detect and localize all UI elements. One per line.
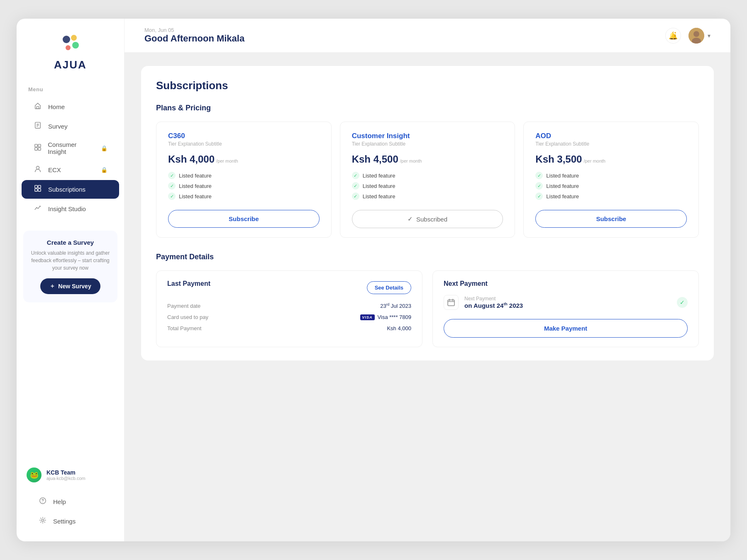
page-title: Subscriptions [156, 79, 699, 92]
plan-subtitle-c360: Tier Explanation Subtitle [168, 141, 320, 147]
card-used-row: Card used to pay VISA Visa **** 7809 [167, 314, 411, 320]
sidebar-item-survey-label: Survey [48, 123, 68, 130]
card-used-label: Card used to pay [167, 314, 208, 320]
plan-per-c360: /per month [216, 158, 238, 163]
sidebar-item-subscriptions[interactable]: Subscriptions [22, 180, 119, 199]
plan-card-c360: C360 Tier Explanation Subtitle Ksh 4,000… [156, 122, 332, 238]
payment-date-label: Payment date [167, 303, 200, 309]
home-icon [33, 102, 42, 112]
plan-card-aod: AOD Tier Explanation Subtitle Ksh 3,500 … [523, 122, 699, 238]
svg-point-3 [66, 45, 71, 50]
svg-rect-11 [34, 147, 37, 150]
ajua-logo-icon [58, 32, 83, 57]
sidebar-item-settings-label: Settings [53, 518, 76, 525]
subscribed-button-customer-insight: ✓ Subscribed [352, 210, 503, 228]
plan-price-customer-insight: Ksh 4,500 [352, 153, 398, 165]
notifications-button[interactable]: 🔔 [665, 28, 681, 44]
subscribe-button-c360[interactable]: Subscribe [168, 210, 320, 228]
total-payment-label: Total Payment [167, 325, 201, 331]
plan-feature-c360-2: ✓Listed feature [168, 182, 320, 190]
svg-point-2 [72, 42, 79, 49]
calendar-icon [444, 295, 459, 310]
notification-dot [674, 31, 677, 34]
svg-rect-24 [448, 300, 454, 306]
plan-feature-c360-3: ✓Listed feature [168, 192, 320, 200]
plan-feature-aod-2: ✓Listed feature [535, 182, 687, 190]
plus-icon: ＋ [49, 282, 55, 290]
sidebar-item-home-label: Home [48, 103, 65, 110]
logo: AJUA [17, 32, 124, 71]
card-number: Visa **** 7809 [378, 314, 411, 320]
subscriptions-icon [33, 185, 42, 194]
payment-section-title: Payment Details [156, 253, 699, 261]
plan-feature-aod-1: ✓Listed feature [535, 172, 687, 179]
plan-features-customer-insight: ✓Listed feature ✓Listed feature ✓Listed … [352, 172, 503, 200]
total-payment-row: Total Payment Ksh 4,000 [167, 325, 411, 331]
svg-rect-14 [35, 185, 37, 188]
plans-grid: C360 Tier Explanation Subtitle Ksh 4,000… [156, 122, 699, 238]
svg-point-20 [42, 519, 44, 521]
plan-subtitle-aod: Tier Explanation Subtitle [535, 141, 687, 147]
sidebar-item-insight-studio-label: Insight Studio [48, 205, 86, 212]
payment-grid: Last Payment See Details Payment date 23… [156, 270, 699, 347]
svg-rect-9 [34, 144, 37, 146]
plan-subtitle-customer-insight: Tier Explanation Subtitle [352, 141, 503, 147]
sidebar: AJUA Menu Home Survey Consumer In [17, 19, 124, 541]
subscribe-button-aod[interactable]: Subscribe [535, 210, 687, 228]
sidebar-item-subscriptions-label: Subscriptions [48, 186, 85, 193]
last-payment-card: Last Payment See Details Payment date 23… [156, 270, 422, 347]
insight-studio-icon [33, 204, 42, 214]
plan-name-c360: C360 [168, 132, 320, 140]
sidebar-item-settings[interactable]: Settings [27, 512, 114, 531]
ecx-lock-icon: 🔒 [101, 167, 107, 173]
sidebar-user-avatar: 🐸 [27, 467, 42, 482]
plans-section-title: Plans & Pricing [156, 104, 699, 112]
sidebar-item-help[interactable]: Help [27, 492, 114, 511]
sidebar-item-home[interactable]: Home [22, 97, 119, 116]
chevron-down-icon: ▾ [708, 32, 710, 39]
sidebar-user-name: KCB Team [46, 469, 85, 476]
svg-rect-12 [38, 147, 41, 150]
total-payment-value: Ksh 4,000 [387, 325, 411, 331]
svg-rect-10 [38, 144, 41, 146]
payment-date-row: Payment date 23rd Jul 2023 [167, 302, 411, 309]
last-payment-title: Last Payment [167, 280, 210, 287]
svg-rect-15 [38, 185, 41, 188]
plan-name-customer-insight: Customer Insight [352, 132, 503, 140]
cta-title: Create a Survey [31, 239, 110, 246]
header: Mon, Jun 05 Good Afternoon Mikala 🔔 [124, 19, 730, 53]
svg-rect-17 [38, 189, 41, 191]
next-payment-check-icon: ✓ [677, 297, 688, 308]
svg-point-22 [693, 31, 699, 37]
header-date: Mon, Jun 05 [144, 27, 244, 33]
plan-price-aod: Ksh 3,500 [535, 153, 582, 165]
plan-price-c360: Ksh 4,000 [168, 153, 215, 165]
sidebar-user-email: ajua-kcb@kcb.com [46, 476, 85, 481]
sidebar-item-insight-studio[interactable]: Insight Studio [22, 200, 119, 218]
plan-features-aod: ✓Listed feature ✓Listed feature ✓Listed … [535, 172, 687, 200]
consumer-insight-icon [33, 144, 42, 153]
menu-label: Menu [17, 86, 124, 93]
sidebar-item-ecx[interactable]: ECX 🔒 [22, 161, 119, 179]
svg-point-0 [63, 36, 70, 43]
consumer-insight-lock-icon: 🔒 [101, 145, 107, 151]
sidebar-item-consumer-insight[interactable]: Consumer Insight 🔒 [22, 136, 119, 160]
plan-name-aod: AOD [535, 132, 687, 140]
logo-text: AJUA [54, 58, 87, 71]
help-icon [38, 497, 47, 506]
next-payment-date: on August 24th 2023 [464, 302, 523, 309]
user-header-button[interactable]: ▾ [688, 28, 710, 44]
sidebar-nav: Home Survey Consumer Insight 🔒 ECX [17, 97, 124, 219]
see-details-button[interactable]: See Details [367, 281, 411, 294]
settings-icon [38, 516, 47, 526]
subscriptions-card: Subscriptions Plans & Pricing C360 Tier … [141, 66, 714, 360]
plan-feature-c360-1: ✓Listed feature [168, 172, 320, 179]
make-payment-button[interactable]: Make Payment [444, 319, 688, 338]
sidebar-item-survey[interactable]: Survey [22, 117, 119, 136]
svg-rect-4 [37, 107, 39, 109]
sidebar-cta: Create a Survey Unlock valuable insights… [23, 231, 117, 302]
page-body: Subscriptions Plans & Pricing C360 Tier … [124, 53, 730, 374]
user-header-avatar [688, 28, 704, 44]
new-survey-button[interactable]: ＋ New Survey [40, 278, 100, 294]
plan-feature-ci-1: ✓Listed feature [352, 172, 503, 179]
